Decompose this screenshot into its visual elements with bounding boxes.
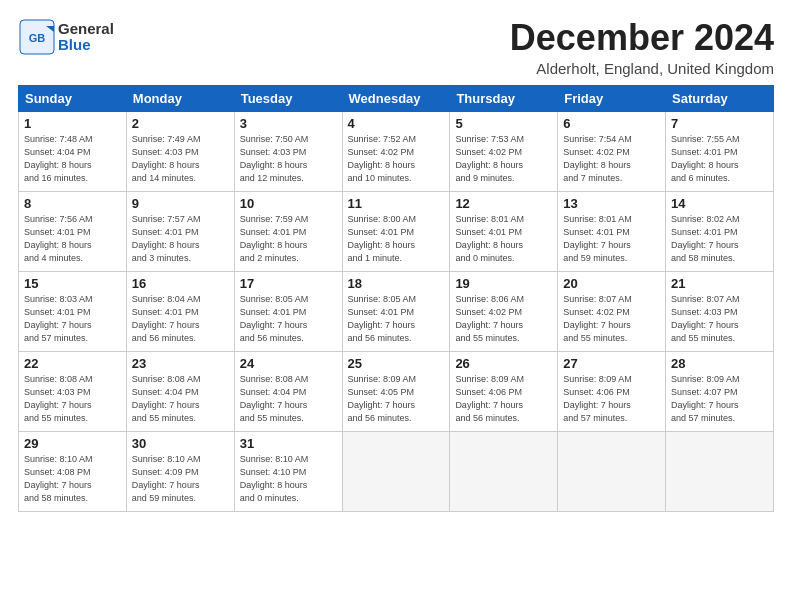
day-info: Sunrise: 8:09 AMSunset: 4:06 PMDaylight:… bbox=[563, 373, 660, 425]
day-number: 16 bbox=[132, 276, 229, 291]
day-info: Sunrise: 8:09 AMSunset: 4:07 PMDaylight:… bbox=[671, 373, 768, 425]
day-info: Sunrise: 8:10 AMSunset: 4:09 PMDaylight:… bbox=[132, 453, 229, 505]
calendar-cell: 30Sunrise: 8:10 AMSunset: 4:09 PMDayligh… bbox=[126, 431, 234, 511]
logo: GB General Blue bbox=[18, 18, 114, 56]
day-number: 1 bbox=[24, 116, 121, 131]
calendar-cell: 21Sunrise: 8:07 AMSunset: 4:03 PMDayligh… bbox=[666, 271, 774, 351]
logo-blue: Blue bbox=[58, 36, 91, 53]
calendar-cell: 6Sunrise: 7:54 AMSunset: 4:02 PMDaylight… bbox=[558, 111, 666, 191]
day-number: 6 bbox=[563, 116, 660, 131]
day-number: 25 bbox=[348, 356, 445, 371]
calendar-cell: 19Sunrise: 8:06 AMSunset: 4:02 PMDayligh… bbox=[450, 271, 558, 351]
calendar-cell: 29Sunrise: 8:10 AMSunset: 4:08 PMDayligh… bbox=[19, 431, 127, 511]
day-number: 5 bbox=[455, 116, 552, 131]
day-number: 29 bbox=[24, 436, 121, 451]
calendar-cell: 13Sunrise: 8:01 AMSunset: 4:01 PMDayligh… bbox=[558, 191, 666, 271]
day-number: 8 bbox=[24, 196, 121, 211]
calendar-cell: 17Sunrise: 8:05 AMSunset: 4:01 PMDayligh… bbox=[234, 271, 342, 351]
day-info: Sunrise: 8:06 AMSunset: 4:02 PMDaylight:… bbox=[455, 293, 552, 345]
day-number: 20 bbox=[563, 276, 660, 291]
day-number: 2 bbox=[132, 116, 229, 131]
calendar-cell: 1Sunrise: 7:48 AMSunset: 4:04 PMDaylight… bbox=[19, 111, 127, 191]
calendar-cell: 4Sunrise: 7:52 AMSunset: 4:02 PMDaylight… bbox=[342, 111, 450, 191]
day-info: Sunrise: 8:08 AMSunset: 4:04 PMDaylight:… bbox=[240, 373, 337, 425]
calendar-cell: 23Sunrise: 8:08 AMSunset: 4:04 PMDayligh… bbox=[126, 351, 234, 431]
location: Alderholt, England, United Kingdom bbox=[510, 60, 774, 77]
day-info: Sunrise: 7:55 AMSunset: 4:01 PMDaylight:… bbox=[671, 133, 768, 185]
day-number: 21 bbox=[671, 276, 768, 291]
day-info: Sunrise: 7:52 AMSunset: 4:02 PMDaylight:… bbox=[348, 133, 445, 185]
calendar-page: GB General Blue December 2024 Alderholt,… bbox=[0, 0, 792, 612]
svg-text:GB: GB bbox=[29, 32, 46, 44]
calendar-week-5: 29Sunrise: 8:10 AMSunset: 4:08 PMDayligh… bbox=[19, 431, 774, 511]
calendar-cell: 31Sunrise: 8:10 AMSunset: 4:10 PMDayligh… bbox=[234, 431, 342, 511]
calendar-week-1: 1Sunrise: 7:48 AMSunset: 4:04 PMDaylight… bbox=[19, 111, 774, 191]
day-number: 9 bbox=[132, 196, 229, 211]
day-number: 11 bbox=[348, 196, 445, 211]
calendar-cell: 8Sunrise: 7:56 AMSunset: 4:01 PMDaylight… bbox=[19, 191, 127, 271]
calendar-cell: 3Sunrise: 7:50 AMSunset: 4:03 PMDaylight… bbox=[234, 111, 342, 191]
calendar-cell: 11Sunrise: 8:00 AMSunset: 4:01 PMDayligh… bbox=[342, 191, 450, 271]
day-number: 10 bbox=[240, 196, 337, 211]
day-info: Sunrise: 8:03 AMSunset: 4:01 PMDaylight:… bbox=[24, 293, 121, 345]
col-wednesday: Wednesday bbox=[342, 85, 450, 111]
day-info: Sunrise: 7:49 AMSunset: 4:03 PMDaylight:… bbox=[132, 133, 229, 185]
day-info: Sunrise: 8:09 AMSunset: 4:05 PMDaylight:… bbox=[348, 373, 445, 425]
day-number: 28 bbox=[671, 356, 768, 371]
day-number: 22 bbox=[24, 356, 121, 371]
day-number: 13 bbox=[563, 196, 660, 211]
day-info: Sunrise: 7:59 AMSunset: 4:01 PMDaylight:… bbox=[240, 213, 337, 265]
day-info: Sunrise: 8:09 AMSunset: 4:06 PMDaylight:… bbox=[455, 373, 552, 425]
calendar-week-3: 15Sunrise: 8:03 AMSunset: 4:01 PMDayligh… bbox=[19, 271, 774, 351]
day-number: 24 bbox=[240, 356, 337, 371]
col-sunday: Sunday bbox=[19, 85, 127, 111]
day-info: Sunrise: 8:08 AMSunset: 4:04 PMDaylight:… bbox=[132, 373, 229, 425]
calendar-cell: 26Sunrise: 8:09 AMSunset: 4:06 PMDayligh… bbox=[450, 351, 558, 431]
day-info: Sunrise: 8:05 AMSunset: 4:01 PMDaylight:… bbox=[348, 293, 445, 345]
day-info: Sunrise: 8:07 AMSunset: 4:02 PMDaylight:… bbox=[563, 293, 660, 345]
day-number: 4 bbox=[348, 116, 445, 131]
calendar-cell bbox=[558, 431, 666, 511]
calendar-cell: 28Sunrise: 8:09 AMSunset: 4:07 PMDayligh… bbox=[666, 351, 774, 431]
calendar-cell: 12Sunrise: 8:01 AMSunset: 4:01 PMDayligh… bbox=[450, 191, 558, 271]
day-number: 26 bbox=[455, 356, 552, 371]
month-title: December 2024 bbox=[510, 18, 774, 58]
day-number: 31 bbox=[240, 436, 337, 451]
day-info: Sunrise: 8:02 AMSunset: 4:01 PMDaylight:… bbox=[671, 213, 768, 265]
day-number: 23 bbox=[132, 356, 229, 371]
calendar-cell: 7Sunrise: 7:55 AMSunset: 4:01 PMDaylight… bbox=[666, 111, 774, 191]
day-number: 30 bbox=[132, 436, 229, 451]
day-info: Sunrise: 8:08 AMSunset: 4:03 PMDaylight:… bbox=[24, 373, 121, 425]
day-number: 12 bbox=[455, 196, 552, 211]
calendar-cell: 10Sunrise: 7:59 AMSunset: 4:01 PMDayligh… bbox=[234, 191, 342, 271]
day-info: Sunrise: 7:50 AMSunset: 4:03 PMDaylight:… bbox=[240, 133, 337, 185]
day-info: Sunrise: 7:53 AMSunset: 4:02 PMDaylight:… bbox=[455, 133, 552, 185]
day-info: Sunrise: 7:48 AMSunset: 4:04 PMDaylight:… bbox=[24, 133, 121, 185]
calendar-cell: 9Sunrise: 7:57 AMSunset: 4:01 PMDaylight… bbox=[126, 191, 234, 271]
calendar-cell: 25Sunrise: 8:09 AMSunset: 4:05 PMDayligh… bbox=[342, 351, 450, 431]
weekday-row: Sunday Monday Tuesday Wednesday Thursday… bbox=[19, 85, 774, 111]
day-number: 18 bbox=[348, 276, 445, 291]
calendar-cell: 15Sunrise: 8:03 AMSunset: 4:01 PMDayligh… bbox=[19, 271, 127, 351]
calendar-cell: 18Sunrise: 8:05 AMSunset: 4:01 PMDayligh… bbox=[342, 271, 450, 351]
day-number: 19 bbox=[455, 276, 552, 291]
calendar-cell: 27Sunrise: 8:09 AMSunset: 4:06 PMDayligh… bbox=[558, 351, 666, 431]
col-saturday: Saturday bbox=[666, 85, 774, 111]
day-info: Sunrise: 7:56 AMSunset: 4:01 PMDaylight:… bbox=[24, 213, 121, 265]
col-monday: Monday bbox=[126, 85, 234, 111]
calendar-week-2: 8Sunrise: 7:56 AMSunset: 4:01 PMDaylight… bbox=[19, 191, 774, 271]
logo-icon: GB bbox=[18, 18, 56, 56]
calendar-cell: 20Sunrise: 8:07 AMSunset: 4:02 PMDayligh… bbox=[558, 271, 666, 351]
day-info: Sunrise: 8:00 AMSunset: 4:01 PMDaylight:… bbox=[348, 213, 445, 265]
calendar-cell: 16Sunrise: 8:04 AMSunset: 4:01 PMDayligh… bbox=[126, 271, 234, 351]
day-info: Sunrise: 7:54 AMSunset: 4:02 PMDaylight:… bbox=[563, 133, 660, 185]
calendar-header: Sunday Monday Tuesday Wednesday Thursday… bbox=[19, 85, 774, 111]
day-info: Sunrise: 8:04 AMSunset: 4:01 PMDaylight:… bbox=[132, 293, 229, 345]
calendar-cell: 14Sunrise: 8:02 AMSunset: 4:01 PMDayligh… bbox=[666, 191, 774, 271]
logo-general: General bbox=[58, 20, 114, 37]
day-number: 14 bbox=[671, 196, 768, 211]
day-info: Sunrise: 8:05 AMSunset: 4:01 PMDaylight:… bbox=[240, 293, 337, 345]
calendar-cell bbox=[342, 431, 450, 511]
calendar-cell bbox=[450, 431, 558, 511]
logo-text-block: General Blue bbox=[58, 21, 114, 54]
